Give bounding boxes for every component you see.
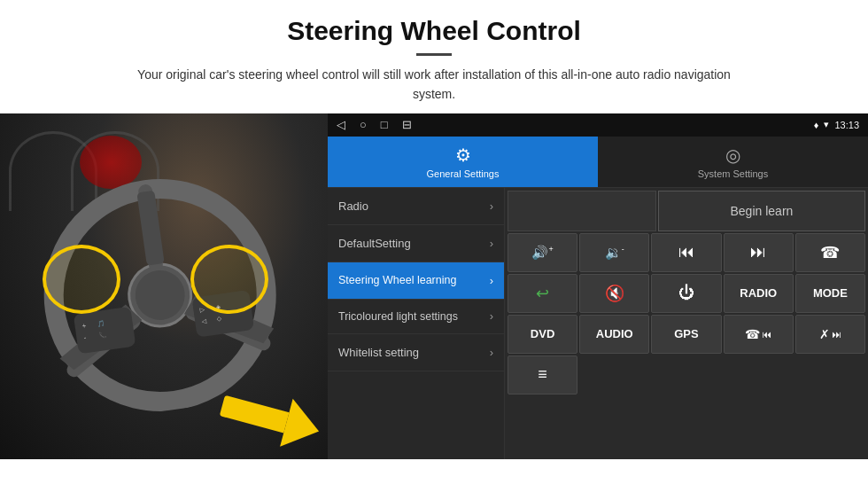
- menu-radio-chevron: ›: [490, 199, 493, 213]
- phone-next-button[interactable]: ✗⏭: [795, 315, 865, 354]
- menu-item-defaultsetting[interactable]: DefaultSetting ›: [328, 225, 504, 262]
- menu-item-tricoloured[interactable]: Tricoloured light settings ›: [328, 300, 504, 334]
- audio-label: AUDIO: [596, 327, 633, 340]
- location-icon: ♦: [814, 120, 819, 130]
- highlight-circle-left: [43, 245, 120, 314]
- control-panel: Begin learn 🔊+ 🔉- ⏮ ⏭: [505, 188, 868, 459]
- gps-button[interactable]: GPS: [651, 315, 721, 354]
- menu-item-radio[interactable]: Radio ›: [328, 188, 504, 225]
- highlight-circle-right: [190, 245, 268, 314]
- svg-rect-5: [136, 190, 164, 265]
- menu-whitelist-label: Whitelist setting: [338, 346, 419, 359]
- answer-icon: ↩: [536, 284, 549, 303]
- vol-down-icon: 🔉-: [605, 245, 624, 261]
- answer-call-button[interactable]: ↩: [508, 274, 577, 313]
- settings-menu: Radio › DefaultSetting › Steering Wheel …: [328, 188, 505, 459]
- phone-prev-icon: ☎: [745, 327, 760, 341]
- vol-up-icon: 🔊+: [531, 245, 553, 261]
- tab-system-settings[interactable]: ◎ System Settings: [598, 137, 868, 187]
- menu-nav-icon[interactable]: ⊟: [402, 118, 412, 131]
- menu-tricoloured-label: Tricoloured light settings: [338, 309, 458, 324]
- menu-item-steering-wheel[interactable]: Steering Wheel learning ›: [328, 262, 504, 300]
- menu-list-button[interactable]: ≡: [508, 355, 577, 395]
- menu-tricoloured-chevron: ›: [490, 309, 493, 323]
- vol-down-button[interactable]: 🔉-: [579, 233, 649, 272]
- skip-x-icon: ✗: [819, 327, 830, 341]
- power-button[interactable]: ⏻: [651, 274, 721, 313]
- menu-whitelist-chevron: ›: [490, 346, 493, 359]
- clock: 13:13: [834, 120, 859, 130]
- gps-label: GPS: [674, 327, 698, 340]
- radio-mode-label: RADIO: [740, 286, 777, 300]
- menu-item-whitelist[interactable]: Whitelist setting ›: [328, 334, 504, 371]
- phone-prev-button[interactable]: ☎⏮: [724, 315, 794, 354]
- steering-wheel-image: + - 🎵 📞 ▷ ◁ ◈ ◇: [0, 113, 328, 459]
- phone-icon: ☎: [820, 243, 840, 262]
- home-nav-icon[interactable]: ○: [360, 118, 367, 131]
- menu-radio-label: Radio: [338, 199, 368, 213]
- next-track-icon: ⏭: [750, 243, 766, 262]
- dvd-label: DVD: [531, 327, 554, 340]
- title-divider: [416, 53, 452, 56]
- menu-list-icon: ≡: [538, 365, 547, 384]
- radio-mode-button[interactable]: RADIO: [724, 274, 794, 313]
- dvd-button[interactable]: DVD: [508, 315, 577, 354]
- page-subtitle: Your original car's steering wheel contr…: [124, 65, 744, 105]
- mute-icon: 🔇: [605, 284, 624, 303]
- page-title: Steering Wheel Control: [53, 16, 815, 46]
- mode-label: MODE: [813, 286, 848, 300]
- prev-track-button[interactable]: ⏮: [651, 233, 721, 272]
- prev-track-icon: ⏮: [678, 243, 694, 262]
- power-icon: ⏻: [678, 284, 694, 302]
- menu-default-label: DefaultSetting: [338, 237, 411, 250]
- begin-learn-button[interactable]: Begin learn: [658, 191, 865, 231]
- tab-bar: ⚙ General Settings ◎ System Settings: [328, 137, 868, 188]
- empty-slot: [508, 191, 656, 231]
- begin-learn-label: Begin learn: [731, 204, 794, 218]
- vol-up-button[interactable]: 🔊+: [508, 233, 577, 272]
- system-settings-label: System Settings: [698, 168, 768, 179]
- general-settings-label: General Settings: [427, 168, 500, 179]
- signal-icon: ▾: [824, 119, 829, 130]
- back-nav-icon[interactable]: ◁: [337, 118, 345, 131]
- recent-nav-icon[interactable]: □: [381, 118, 388, 131]
- menu-steering-chevron: ›: [490, 274, 493, 287]
- tab-general-settings[interactable]: ⚙ General Settings: [328, 137, 598, 187]
- general-settings-icon: ⚙: [455, 145, 471, 166]
- mute-button[interactable]: 🔇: [579, 274, 649, 313]
- menu-default-chevron: ›: [490, 237, 493, 250]
- page-header: Steering Wheel Control Your original car…: [0, 0, 868, 113]
- android-panel: ◁ ○ □ ⊟ ♦ ▾ 13:13 ⚙ General Settings ◎ S…: [328, 113, 868, 459]
- status-bar: ◁ ○ □ ⊟ ♦ ▾ 13:13: [328, 113, 868, 137]
- system-settings-icon: ◎: [725, 145, 740, 166]
- menu-steering-label: Steering Wheel learning: [338, 274, 456, 286]
- audio-button[interactable]: AUDIO: [579, 315, 649, 354]
- mode-button[interactable]: MODE: [795, 274, 865, 313]
- next-track-button[interactable]: ⏭: [724, 233, 794, 272]
- phone-button[interactable]: ☎: [795, 233, 865, 272]
